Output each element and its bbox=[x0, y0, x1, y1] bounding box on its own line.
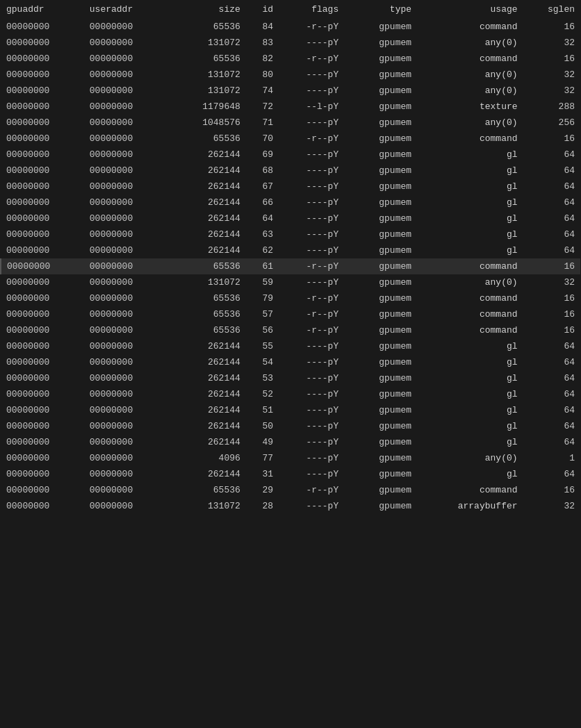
table-row: 000000000000000013107280----pYgpumemany(… bbox=[1, 67, 580, 83]
cell-sglen: 16 bbox=[523, 51, 580, 67]
cell-size: 262144 bbox=[172, 370, 246, 386]
table-row: 000000000000000013107283----pYgpumemany(… bbox=[1, 35, 580, 51]
cell-id: 68 bbox=[246, 163, 279, 179]
cell-usage: gl bbox=[417, 195, 523, 210]
cell-sglen: 16 bbox=[523, 19, 580, 35]
cell-type: gpumem bbox=[344, 35, 417, 51]
table-row: 000000000000000026214466----pYgpumemgl64 bbox=[1, 195, 580, 210]
cell-useraddr: 00000000 bbox=[84, 99, 172, 115]
cell-type: gpumem bbox=[344, 386, 417, 402]
cell-size: 65536 bbox=[172, 51, 246, 67]
cell-useraddr: 00000000 bbox=[84, 402, 172, 418]
cell-type: gpumem bbox=[344, 306, 417, 322]
cell-sglen: 64 bbox=[523, 210, 580, 226]
cell-usage: any(0) bbox=[417, 450, 523, 466]
cell-id: 56 bbox=[246, 322, 279, 338]
cell-id: 80 bbox=[246, 67, 279, 83]
cell-usage: command bbox=[417, 131, 523, 147]
cell-size: 131072 bbox=[172, 67, 246, 83]
header-usage: usage bbox=[417, 0, 523, 19]
cell-usage: any(0) bbox=[417, 83, 523, 99]
cell-type: gpumem bbox=[344, 498, 417, 514]
cell-sglen: 64 bbox=[523, 418, 580, 434]
cell-id: 74 bbox=[246, 83, 279, 99]
cell-sglen: 32 bbox=[523, 83, 580, 99]
cell-sglen: 64 bbox=[523, 242, 580, 258]
table-row: 00000000000000006553657-r--pYgpumemcomma… bbox=[1, 306, 580, 322]
cell-sglen: 64 bbox=[523, 163, 580, 179]
header-useraddr: useraddr bbox=[84, 0, 172, 19]
cell-type: gpumem bbox=[344, 370, 417, 386]
cell-usage: command bbox=[417, 290, 523, 306]
cell-id: 49 bbox=[246, 434, 279, 450]
cell-gpuaddr: 00000000 bbox=[1, 115, 84, 131]
cell-useraddr: 00000000 bbox=[84, 226, 172, 242]
table-row: 000000000000000026214452----pYgpumemgl64 bbox=[1, 386, 580, 402]
cell-usage: gl bbox=[417, 179, 523, 195]
cell-type: gpumem bbox=[344, 258, 417, 274]
cell-gpuaddr: 00000000 bbox=[1, 482, 84, 498]
cell-gpuaddr: 00000000 bbox=[1, 434, 84, 450]
cell-useraddr: 00000000 bbox=[84, 67, 172, 83]
cell-type: gpumem bbox=[344, 466, 417, 482]
cell-type: gpumem bbox=[344, 402, 417, 418]
cell-id: 50 bbox=[246, 418, 279, 434]
cell-gpuaddr: 00000000 bbox=[1, 179, 84, 195]
table-row: 00000000000000006553629-r--pYgpumemcomma… bbox=[1, 482, 580, 498]
cell-type: gpumem bbox=[344, 115, 417, 131]
cell-size: 262144 bbox=[172, 195, 246, 210]
cell-flags: ----pY bbox=[279, 370, 344, 386]
cell-usage: any(0) bbox=[417, 274, 523, 290]
cell-useraddr: 00000000 bbox=[84, 450, 172, 466]
cell-type: gpumem bbox=[344, 354, 417, 370]
cell-useraddr: 00000000 bbox=[84, 35, 172, 51]
cell-size: 262144 bbox=[172, 386, 246, 402]
table-row: 0000000000000000117964872--l-pYgpumemtex… bbox=[1, 99, 580, 115]
table-row: 000000000000000026214467----pYgpumemgl64 bbox=[1, 179, 580, 195]
cell-flags: ----pY bbox=[279, 179, 344, 195]
cell-sglen: 32 bbox=[523, 274, 580, 290]
cell-flags: -r--pY bbox=[279, 290, 344, 306]
cell-id: 63 bbox=[246, 226, 279, 242]
table-row: 000000000000000026214451----pYgpumemgl64 bbox=[1, 402, 580, 418]
cell-size: 262144 bbox=[172, 226, 246, 242]
cell-usage: command bbox=[417, 482, 523, 498]
cell-size: 262144 bbox=[172, 210, 246, 226]
cell-useraddr: 00000000 bbox=[84, 147, 172, 163]
cell-id: 29 bbox=[246, 482, 279, 498]
cell-id: 31 bbox=[246, 466, 279, 482]
cell-id: 62 bbox=[246, 242, 279, 258]
cell-flags: ----pY bbox=[279, 274, 344, 290]
cell-id: 77 bbox=[246, 450, 279, 466]
cell-sglen: 32 bbox=[523, 35, 580, 51]
cell-sglen: 64 bbox=[523, 147, 580, 163]
cell-usage: gl bbox=[417, 402, 523, 418]
cell-sglen: 64 bbox=[523, 370, 580, 386]
cell-useraddr: 00000000 bbox=[84, 306, 172, 322]
cell-usage: gl bbox=[417, 210, 523, 226]
cell-gpuaddr: 00000000 bbox=[1, 274, 84, 290]
cell-id: 64 bbox=[246, 210, 279, 226]
table-row: 00000000000000006553679-r--pYgpumemcomma… bbox=[1, 290, 580, 306]
cell-id: 53 bbox=[246, 370, 279, 386]
cell-flags: -r--pY bbox=[279, 482, 344, 498]
table-row: 000000000000000013107274----pYgpumemany(… bbox=[1, 83, 580, 99]
cell-useraddr: 00000000 bbox=[84, 498, 172, 514]
cell-sglen: 32 bbox=[523, 67, 580, 83]
cell-usage: command bbox=[417, 51, 523, 67]
cell-flags: ----pY bbox=[279, 210, 344, 226]
table-row: 000000000000000026214455----pYgpumemgl64 bbox=[1, 338, 580, 354]
cell-gpuaddr: 00000000 bbox=[1, 210, 84, 226]
table-row: 000000000000000026214463----pYgpumemgl64 bbox=[1, 226, 580, 242]
cell-id: 28 bbox=[246, 498, 279, 514]
cell-sglen: 16 bbox=[523, 306, 580, 322]
cell-usage: command bbox=[417, 258, 523, 274]
cell-size: 65536 bbox=[172, 131, 246, 147]
table-row: 000000000000000026214453----pYgpumemgl64 bbox=[1, 370, 580, 386]
cell-flags: -r--pY bbox=[279, 131, 344, 147]
header-size: size bbox=[172, 0, 246, 19]
cell-size: 65536 bbox=[172, 482, 246, 498]
cell-sglen: 16 bbox=[523, 258, 580, 274]
cell-type: gpumem bbox=[344, 210, 417, 226]
cell-usage: gl bbox=[417, 434, 523, 450]
